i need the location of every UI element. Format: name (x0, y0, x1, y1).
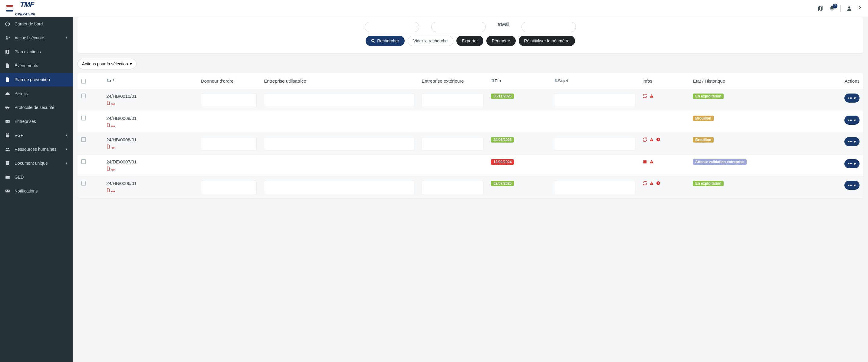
row-actions-button[interactable]: ••• ▾ (844, 181, 860, 190)
sidebar-item-entreprises[interactable]: Entreprises (0, 114, 73, 128)
chevron-right-icon (65, 35, 68, 40)
col-header-sujet[interactable]: ⇅Sujet (551, 73, 639, 89)
results-table: ⇅n° Donneur d'ordre Entreprise utilisatr… (78, 73, 863, 198)
sidebar-item-ged[interactable]: GED (0, 170, 73, 184)
row-actions-button[interactable]: ••• ▾ (844, 116, 860, 125)
status-pill: En exploitation (693, 181, 724, 186)
filter-panel: travail Rechercher Vider la recherche Ex… (78, 17, 863, 53)
sidebar-item-vgp[interactable]: VGP (0, 128, 73, 142)
hard-hat-icon (5, 91, 10, 96)
filter-input-3[interactable] (522, 22, 576, 32)
dashboard-icon (5, 21, 10, 27)
row-checkbox[interactable] (81, 181, 86, 185)
reset-perimeter-button[interactable]: Réinitialiser le périmètre (519, 36, 575, 46)
warning-icon (649, 159, 654, 164)
row-checkbox[interactable] (81, 93, 86, 98)
logo[interactable]: TMF OPERATING (6, 1, 39, 16)
utilisatrice-box (264, 181, 414, 194)
svg-rect-9 (6, 134, 9, 138)
row-actions-button[interactable]: ••• ▾ (844, 159, 860, 168)
pdf-icon[interactable]: PDF (106, 166, 115, 171)
refresh-icon (643, 137, 647, 142)
col-header-donneur: Donneur d'ordre (197, 73, 260, 89)
export-button[interactable]: Exporter (456, 36, 483, 46)
pdf-icon[interactable]: PDF (106, 100, 115, 105)
document-number[interactable]: 24/HB/0008/01 (106, 137, 194, 142)
sidebar-item-label: Plan d'actions (14, 49, 41, 54)
mail-icon (5, 188, 10, 194)
info-icons (643, 93, 686, 98)
map-icon (5, 49, 10, 55)
col-header-num[interactable]: ⇅n° (102, 73, 197, 89)
sidebar-item-plan-de-pr-vention[interactable]: Plan de prévention (0, 73, 73, 87)
sidebar-item--v-nements[interactable]: Évènements (0, 59, 73, 73)
sidebar-item-label: VGP (14, 133, 24, 138)
svg-point-8 (6, 121, 7, 122)
caret-down-icon: ▾ (854, 161, 856, 166)
sidebar-item-notifications[interactable]: Notifications (0, 184, 73, 198)
refresh-icon (643, 181, 647, 185)
row-checkbox[interactable] (81, 159, 86, 164)
sidebar-item-protocole-de-s-curit-[interactable]: Protocole de sécurité (0, 100, 73, 114)
sujet-box (554, 181, 635, 194)
filter-label-travail: travail (498, 22, 509, 27)
warning-icon (649, 137, 654, 142)
info-icons (643, 137, 686, 142)
end-date-pill: 24/06/2026 (491, 137, 514, 143)
document-number[interactable]: 24/HB/0009/01 (106, 116, 194, 121)
document-number[interactable]: 24/HB/0006/01 (106, 181, 194, 186)
table-row: 24/HB/0008/01PDF 24/06/2026 Brouillon ••… (78, 133, 863, 155)
document-number[interactable]: 24/HB/0010/01 (106, 93, 194, 99)
table-row: 24/HB/0009/01PDF Brouillon ••• ▾ (78, 111, 863, 133)
pdf-icon[interactable]: PDF (106, 144, 115, 149)
file-alt-icon (5, 77, 10, 82)
perimeter-button[interactable]: Périmètre (486, 36, 516, 46)
clear-search-button[interactable]: Vider la recherche (408, 36, 453, 46)
map-icon[interactable] (817, 5, 824, 11)
pdf-icon[interactable]: PDF (106, 188, 115, 192)
users-icon (5, 147, 10, 152)
pdf-icon[interactable]: PDF (106, 123, 115, 127)
filter-input-2[interactable] (431, 22, 486, 32)
sidebar-item-plan-d-actions[interactable]: Plan d'actions (0, 45, 73, 59)
donneur-box (201, 93, 257, 107)
row-actions-button[interactable]: ••• ▾ (844, 93, 860, 102)
row-actions-button[interactable]: ••• ▾ (844, 137, 860, 146)
donneur-box (201, 137, 257, 150)
sidebar-item-permis[interactable]: Permis (0, 87, 73, 100)
status-pill: En exploitation (693, 93, 724, 99)
sidebar-item-label: Entreprises (14, 119, 36, 124)
dots-icon: ••• (848, 139, 852, 144)
chevron-right-icon[interactable] (858, 5, 862, 11)
exterieure-box (422, 137, 484, 150)
svg-rect-4 (5, 107, 8, 108)
search-button[interactable]: Rechercher (366, 36, 404, 46)
document-number[interactable]: 24/DE/0007/01 (106, 159, 194, 164)
filter-input-1[interactable] (365, 22, 419, 32)
select-all-checkbox[interactable] (81, 79, 86, 84)
sidebar-item-ressources-humaines[interactable]: Ressources humaines (0, 142, 73, 156)
top-header: TMF OPERATING 7 (0, 0, 868, 17)
bell-icon[interactable]: 7 (829, 5, 835, 11)
sidebar-item-label: Carnet de bord (14, 22, 43, 26)
calendar-icon (643, 159, 647, 164)
bulk-actions-dropdown[interactable]: Actions pour la sélection ▾ (78, 59, 136, 69)
id-card-icon (5, 119, 10, 124)
sidebar-item-accueil-s-curit-[interactable]: Accueil sécurité (0, 31, 73, 45)
info-icons (643, 159, 686, 164)
sidebar-item-label: Protocole de sécurité (14, 105, 55, 110)
user-shield-icon (5, 35, 10, 40)
end-date-pill: 02/07/2025 (491, 181, 514, 186)
table-row: 24/HB/0006/01PDF 02/07/2025 En exploitat… (78, 177, 863, 199)
row-checkbox[interactable] (81, 137, 86, 142)
status-pill: Attente validation entreprise (693, 159, 747, 165)
sidebar-item-document-unique[interactable]: Document unique (0, 156, 73, 170)
svg-rect-13 (5, 190, 10, 192)
clock-icon (656, 181, 661, 185)
user-icon[interactable] (846, 5, 852, 11)
row-checkbox[interactable] (81, 116, 86, 120)
col-header-fin[interactable]: ⇅Fin (487, 73, 551, 89)
sort-icon: ⇅ (106, 78, 109, 84)
sidebar-item-label: Permis (14, 91, 28, 96)
sidebar-item-carnet-de-bord[interactable]: Carnet de bord (0, 17, 73, 31)
